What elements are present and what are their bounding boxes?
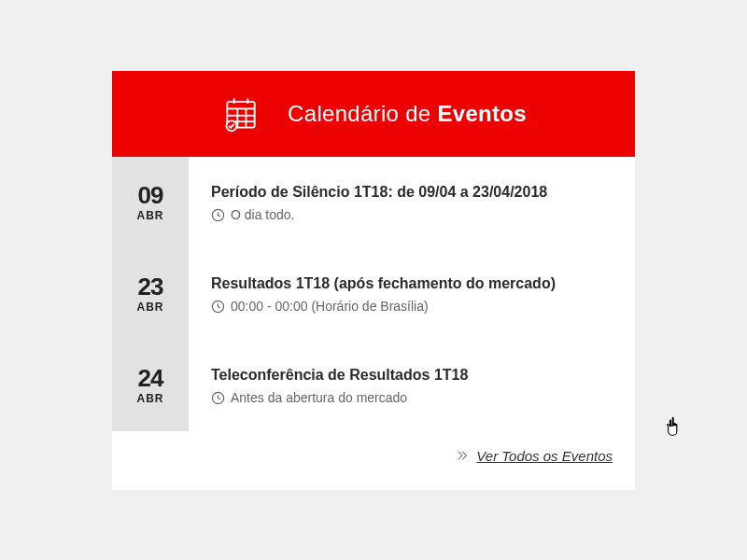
event-time-text: Antes da abertura do mercado: [231, 390, 407, 405]
hand-cursor-icon: [665, 415, 685, 440]
calendar-check-icon: [220, 93, 261, 134]
event-time-row: 00:00 - 00:00 (Horário de Brasília): [211, 299, 613, 314]
event-date-block: 24 ABR: [112, 340, 189, 431]
event-time-text: O dia todo.: [231, 207, 295, 222]
event-month: ABR: [112, 392, 189, 405]
clock-icon: [211, 391, 225, 405]
title-light: Calendário de: [288, 101, 437, 126]
title-bold: Eventos: [437, 101, 526, 126]
events-list: 09 ABR Período de Silêncio 1T18: de 09/0…: [112, 157, 635, 490]
chevron-double-right-icon: [456, 449, 469, 462]
widget-header: Calendário de Eventos: [112, 71, 635, 157]
event-month: ABR: [112, 209, 189, 222]
event-day: 09: [112, 183, 189, 207]
clock-icon: [211, 300, 225, 314]
event-title: Período de Silêncio 1T18: de 09/04 a 23/…: [211, 183, 613, 203]
event-title: Teleconferência de Resultados 1T18: [211, 366, 613, 385]
event-details: Período de Silêncio 1T18: de 09/04 a 23/…: [189, 157, 635, 248]
event-title: Resultados 1T18 (após fechamento do merc…: [211, 274, 613, 294]
widget-footer: Ver Todos os Eventos: [112, 431, 635, 490]
event-item[interactable]: 24 ABR Teleconferência de Resultados 1T1…: [112, 340, 635, 431]
events-calendar-widget: Calendário de Eventos 09 ABR Período de …: [112, 71, 635, 490]
event-details: Resultados 1T18 (após fechamento do merc…: [189, 248, 635, 340]
event-day: 24: [112, 366, 189, 390]
view-all-events-link[interactable]: Ver Todos os Eventos: [476, 448, 613, 464]
event-month: ABR: [112, 301, 189, 314]
event-time-row: Antes da abertura do mercado: [211, 390, 613, 405]
event-date-block: 09 ABR: [112, 157, 189, 248]
widget-title: Calendário de Eventos: [288, 101, 527, 127]
event-details: Teleconferência de Resultados 1T18 Antes…: [189, 340, 635, 431]
event-time-text: 00:00 - 00:00 (Horário de Brasília): [231, 299, 429, 314]
event-time-row: O dia todo.: [211, 207, 613, 222]
event-item[interactable]: 09 ABR Período de Silêncio 1T18: de 09/0…: [112, 157, 635, 248]
event-item[interactable]: 23 ABR Resultados 1T18 (após fechamento …: [112, 248, 635, 340]
event-date-block: 23 ABR: [112, 248, 189, 340]
event-day: 23: [112, 274, 189, 299]
clock-icon: [211, 208, 225, 222]
